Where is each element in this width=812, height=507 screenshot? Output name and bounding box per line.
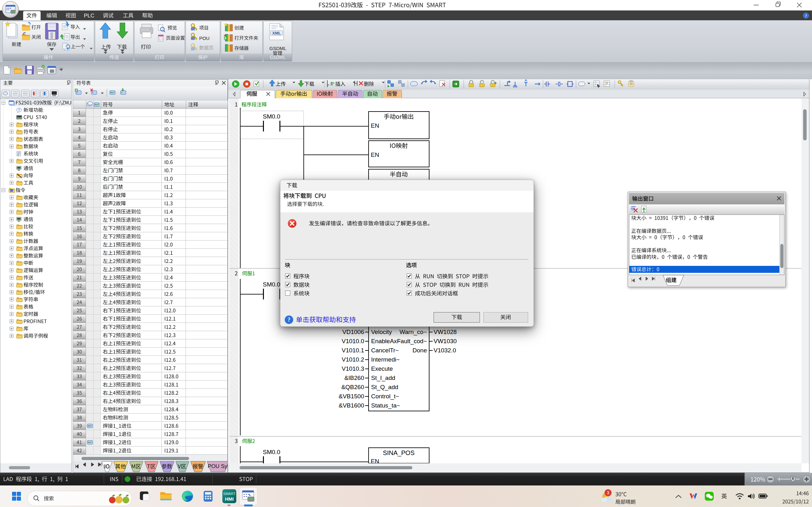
svg-text:Execute: Execute xyxy=(371,365,393,372)
svg-text:Status_ta~: Status_ta~ xyxy=(371,402,400,409)
svg-text:&QB260: &QB260 xyxy=(341,384,364,390)
svg-text:St_I_add: St_I_add xyxy=(371,375,395,382)
svg-text:V1010.1: V1010.1 xyxy=(342,347,364,354)
svg-text:Fault_cod~: Fault_cod~ xyxy=(397,338,427,345)
svg-text:SM0.0: SM0.0 xyxy=(263,113,281,120)
svg-text:St_Q_add: St_Q_add xyxy=(371,384,398,391)
svg-text:3: 3 xyxy=(607,490,609,495)
svg-text:&VB1500: &VB1500 xyxy=(339,393,364,400)
svg-text:CancelTr~: CancelTr~ xyxy=(371,347,399,354)
svg-text:V1032.0: V1032.0 xyxy=(434,347,456,354)
svg-text:V1010.3: V1010.3 xyxy=(342,365,364,372)
svg-text:SINA_POS: SINA_POS xyxy=(383,449,415,457)
svg-text:EN: EN xyxy=(371,458,379,463)
svg-text:Done: Done xyxy=(413,347,427,354)
svg-text:SM0.0: SM0.0 xyxy=(263,449,281,455)
svg-text:Warn_co~: Warn_co~ xyxy=(400,329,427,336)
svg-text:Control_t~: Control_t~ xyxy=(371,393,399,400)
svg-text:EN: EN xyxy=(371,152,379,158)
svg-text:V1010.2: V1010.2 xyxy=(342,356,364,363)
svg-text:SM0.0: SM0.0 xyxy=(263,281,281,288)
svg-text:VD1006: VD1006 xyxy=(342,329,364,335)
svg-text:VW1030: VW1030 xyxy=(434,338,457,344)
svg-text:EN: EN xyxy=(371,122,379,129)
svg-text:?: ? xyxy=(288,317,291,323)
svg-text:V1010.0: V1010.0 xyxy=(342,338,364,344)
svg-text:HMI: HMI xyxy=(225,496,234,502)
svg-text:&IB260: &IB260 xyxy=(345,375,364,381)
svg-text:Velocity: Velocity xyxy=(371,329,392,335)
svg-text:VW1028: VW1028 xyxy=(434,329,457,335)
svg-text:EnableAx~: EnableAx~ xyxy=(371,338,400,344)
svg-text:&VB1600: &VB1600 xyxy=(339,402,364,409)
svg-text:Intermedi~: Intermedi~ xyxy=(371,356,400,363)
svg-text:SMART: SMART xyxy=(223,492,236,496)
